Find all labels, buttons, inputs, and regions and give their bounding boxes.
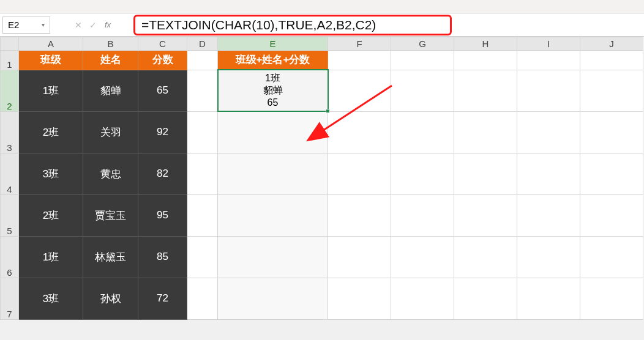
name-box-dropdown-icon[interactable]: ▾ (42, 21, 45, 28)
cell-J2[interactable] (580, 70, 643, 111)
cell-J5[interactable] (580, 194, 643, 236)
cell-H5[interactable] (454, 194, 517, 236)
cell-D1[interactable] (187, 51, 218, 70)
cell-I7[interactable] (517, 278, 580, 319)
cell-G7[interactable] (391, 278, 454, 319)
cell-I3[interactable] (517, 111, 580, 153)
cell-I1[interactable] (517, 51, 580, 70)
cell-G1[interactable] (391, 51, 454, 70)
data-cell-C3[interactable]: 92 (138, 111, 187, 153)
table-header-E[interactable]: 班级+姓名+分数 (218, 51, 328, 70)
cell-J3[interactable] (580, 111, 643, 153)
formula-bar-buttons: ✕ ✓ fx (53, 18, 133, 32)
cell-H7[interactable] (454, 278, 517, 319)
cell-I4[interactable] (517, 153, 580, 194)
cell-J4[interactable] (580, 153, 643, 194)
col-header-F[interactable]: F (328, 37, 391, 51)
cell-D5[interactable] (187, 194, 218, 236)
cell-G4[interactable] (391, 153, 454, 194)
col-header-G[interactable]: G (391, 37, 454, 51)
data-cell-B5[interactable]: 贾宝玉 (83, 194, 138, 236)
result-cell-E4[interactable] (218, 153, 328, 194)
table-header-B[interactable]: 姓名 (83, 51, 138, 70)
table-header-A[interactable]: 班级 (19, 51, 83, 70)
cell-D3[interactable] (187, 111, 218, 153)
cell-D2[interactable] (187, 70, 218, 111)
col-header-H[interactable]: H (454, 37, 517, 51)
data-cell-B3[interactable]: 关羽 (83, 111, 138, 153)
data-cell-C7[interactable]: 72 (138, 278, 187, 319)
cell-G6[interactable] (391, 236, 454, 278)
row-header-5[interactable]: 5 (1, 194, 19, 236)
cell-G5[interactable] (391, 194, 454, 236)
table-header-C[interactable]: 分数 (138, 51, 187, 70)
cell-D4[interactable] (187, 153, 218, 194)
cell-F5[interactable] (328, 194, 391, 236)
cell-F3[interactable] (328, 111, 391, 153)
row-header-4[interactable]: 4 (1, 153, 19, 194)
cell-D7[interactable] (187, 278, 218, 319)
cell-J6[interactable] (580, 236, 643, 278)
cell-J1[interactable] (580, 51, 643, 70)
row-header-7[interactable]: 7 (1, 278, 19, 319)
row-header-2[interactable]: 2 (1, 70, 19, 111)
selected-cell[interactable]: 1班 貂蝉 65 (218, 70, 328, 111)
cell-I6[interactable] (517, 236, 580, 278)
data-cell-B4[interactable]: 黄忠 (83, 153, 138, 194)
cell-G2[interactable] (391, 70, 454, 111)
fill-handle[interactable] (326, 109, 330, 113)
data-cell-A2[interactable]: 1班 (19, 70, 83, 111)
data-cell-A5[interactable]: 2班 (19, 194, 83, 236)
cell-F2[interactable] (328, 70, 391, 111)
formula-input[interactable]: =TEXTJOIN(CHAR(10),TRUE,A2,B2,C2) (133, 15, 452, 35)
ribbon-strip (0, 0, 644, 13)
select-all-corner[interactable] (1, 37, 19, 51)
col-header-D[interactable]: D (187, 37, 218, 51)
cell-H3[interactable] (454, 111, 517, 153)
data-cell-B2[interactable]: 貂蝉 (83, 70, 138, 111)
data-cell-A3[interactable]: 2班 (19, 111, 83, 153)
cell-F1[interactable] (328, 51, 391, 70)
col-header-E[interactable]: E (218, 37, 328, 51)
result-cell-E7[interactable] (218, 278, 328, 319)
data-cell-A7[interactable]: 3班 (19, 278, 83, 319)
row-header-6[interactable]: 6 (1, 236, 19, 278)
col-header-B[interactable]: B (83, 37, 138, 51)
result-cell-E6[interactable] (218, 236, 328, 278)
cell-H4[interactable] (454, 153, 517, 194)
fx-icon[interactable]: fx (100, 18, 115, 32)
cell-I5[interactable] (517, 194, 580, 236)
data-cell-A6[interactable]: 1班 (19, 236, 83, 278)
enter-icon[interactable]: ✓ (86, 18, 100, 32)
result-cell-E3[interactable] (218, 111, 328, 153)
row-header-3[interactable]: 3 (1, 111, 19, 153)
cell-J7[interactable] (580, 278, 643, 319)
row-header-1[interactable]: 1 (1, 51, 19, 70)
name-box[interactable]: E2 ▾ (2, 17, 50, 34)
data-cell-B6[interactable]: 林黛玉 (83, 236, 138, 278)
data-cell-C4[interactable]: 82 (138, 153, 187, 194)
cancel-icon[interactable]: ✕ (71, 18, 86, 32)
data-cell-B7[interactable]: 孙权 (83, 278, 138, 319)
formula-text: =TEXTJOIN(CHAR(10),TRUE,A2,B2,C2) (141, 18, 376, 32)
worksheet-grid[interactable]: ABCDEFGHIJ1班级姓名分数班级+姓名+分数21班貂蝉651班 貂蝉 65… (0, 37, 644, 320)
data-cell-A4[interactable]: 3班 (19, 153, 83, 194)
cell-G3[interactable] (391, 111, 454, 153)
cell-F4[interactable] (328, 153, 391, 194)
cell-H2[interactable] (454, 70, 517, 111)
cell-H6[interactable] (454, 236, 517, 278)
data-cell-C6[interactable]: 85 (138, 236, 187, 278)
col-header-C[interactable]: C (138, 37, 187, 51)
result-cell-E5[interactable] (218, 194, 328, 236)
cell-D6[interactable] (187, 236, 218, 278)
col-header-A[interactable]: A (19, 37, 83, 51)
formula-bar: E2 ▾ ✕ ✓ fx =TEXTJOIN(CHAR(10),TRUE,A2,B… (0, 13, 644, 37)
col-header-J[interactable]: J (580, 37, 643, 51)
cell-F7[interactable] (328, 278, 391, 319)
cell-F6[interactable] (328, 236, 391, 278)
data-cell-C2[interactable]: 65 (138, 70, 187, 111)
data-cell-C5[interactable]: 95 (138, 194, 187, 236)
cell-H1[interactable] (454, 51, 517, 70)
col-header-I[interactable]: I (517, 37, 580, 51)
cell-I2[interactable] (517, 70, 580, 111)
